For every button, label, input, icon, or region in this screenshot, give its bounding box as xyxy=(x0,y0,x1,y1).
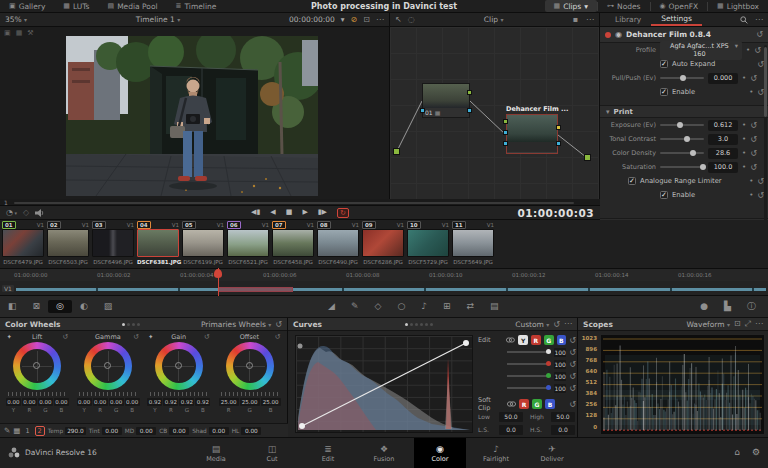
reset-icon[interactable]: ↺ xyxy=(569,372,576,381)
highlight-icon[interactable]: ⚒ xyxy=(27,29,33,37)
gain-g-value[interactable]: 0.92 xyxy=(179,398,194,406)
lift-master-slider[interactable] xyxy=(8,392,66,396)
clip-thumbnail[interactable] xyxy=(452,229,494,257)
keyframe-icon[interactable]: • xyxy=(742,163,746,171)
clip-thumbnail[interactable] xyxy=(227,229,269,257)
lift-y-value[interactable]: 0.00 xyxy=(6,398,21,406)
gain-y-value[interactable]: 0.92 xyxy=(147,398,162,406)
clip-thumbnail[interactable] xyxy=(182,229,224,257)
wheels-page-1[interactable]: 1 xyxy=(23,427,31,435)
auto-balance-icon[interactable]: ✎ xyxy=(4,426,10,435)
zoom-select[interactable]: 35% ▾ xyxy=(5,15,27,24)
analogue-range-checkbox[interactable]: ✓ xyxy=(628,177,636,185)
slider-knob[interactable] xyxy=(700,164,706,170)
scope-expand-icon[interactable]: ⤢ xyxy=(745,320,751,328)
timeline-clip[interactable]: 10V1 DSCF5729.JPG xyxy=(407,221,449,265)
tonal-contrast-value[interactable]: 3.0 xyxy=(708,134,738,145)
luts-button[interactable]: ▦LUTs xyxy=(54,0,98,12)
softclip-g-button[interactable]: G xyxy=(532,399,542,409)
speaker-icon[interactable] xyxy=(35,209,45,217)
node-graph-panel[interactable]: 01▦ Dehancer Film ... xyxy=(390,27,600,199)
y-channel-slider[interactable] xyxy=(507,351,551,353)
node-01-key-port[interactable] xyxy=(467,108,472,113)
gain-wheel-handle[interactable] xyxy=(175,362,182,369)
magic-mask-icon[interactable]: ♪ xyxy=(413,300,435,313)
curve-handle-low[interactable] xyxy=(299,423,305,429)
keyframe-icon[interactable]: • xyxy=(749,88,753,96)
softclip-b-button[interactable]: B xyxy=(545,399,555,409)
clip-thumbnail[interactable] xyxy=(2,229,44,257)
horizontal-scrollbar[interactable] xyxy=(14,202,574,204)
node-dehancer-output-port[interactable] xyxy=(556,125,561,130)
loop-button[interactable]: ↻ xyxy=(337,208,349,218)
home-icon[interactable]: ⌂ xyxy=(734,447,740,457)
gamma-r-value[interactable]: 0.00 xyxy=(93,398,108,406)
tab-media[interactable]: ▤Media xyxy=(190,438,242,468)
keyframe-icon[interactable]: • xyxy=(742,121,746,129)
grab-icon[interactable]: ◌ xyxy=(408,16,415,24)
gamma-b-value[interactable]: 0.00 xyxy=(125,398,140,406)
key-icon[interactable]: ⇄ xyxy=(459,300,483,313)
search-icon[interactable] xyxy=(740,16,748,24)
enable-checkbox[interactable]: ✓ xyxy=(660,88,668,96)
reset-icon[interactable]: ↺ xyxy=(133,333,139,341)
node-dehancer-input-port[interactable] xyxy=(503,119,508,124)
slider-knob[interactable] xyxy=(680,75,686,81)
r-channel-value[interactable]: 100 xyxy=(554,360,566,369)
reset-icon[interactable]: ↺ xyxy=(757,88,764,97)
pullpush-value[interactable]: 0.000 xyxy=(708,73,738,84)
clip-thumbnail[interactable] xyxy=(317,229,359,257)
exposure-slider[interactable] xyxy=(660,124,704,126)
reset-icon[interactable]: ↺ xyxy=(757,177,764,186)
output-node[interactable] xyxy=(584,154,591,161)
slider-knob[interactable] xyxy=(677,122,683,128)
keyframe-icon[interactable]: • xyxy=(742,135,746,143)
tab-fusion[interactable]: ❖Fusion xyxy=(358,438,410,468)
channel-b-button[interactable]: B xyxy=(557,335,567,345)
reset-icon[interactable]: ↺ xyxy=(275,320,282,329)
reset-icon[interactable]: ↺ xyxy=(750,135,757,144)
motion-effects-icon[interactable]: ▨ xyxy=(96,300,121,313)
stills-icon[interactable]: ● xyxy=(692,300,716,313)
node-options-icon[interactable]: ⋯ xyxy=(586,16,594,24)
lift-g-value[interactable]: 0.00 xyxy=(38,398,53,406)
lift-color-ring[interactable] xyxy=(13,342,61,390)
saturation-slider[interactable] xyxy=(660,166,704,168)
timeline-clip[interactable]: 08V1 DSCF6490.JPG xyxy=(317,221,359,265)
clip-thumbnail[interactable] xyxy=(92,229,134,257)
channel-y-button[interactable]: Y xyxy=(518,335,528,345)
slider-knob[interactable] xyxy=(684,136,690,142)
tint-value[interactable]: 0.00 xyxy=(102,427,122,435)
reset-icon[interactable]: ↺ xyxy=(569,400,576,409)
play-button[interactable]: ▶ xyxy=(302,208,307,218)
reset-icon[interactable]: ↺ xyxy=(750,163,757,172)
tab-edit[interactable]: ≣Edit xyxy=(302,438,354,468)
reset-icon[interactable]: ↺ xyxy=(62,333,68,341)
viewer-timecode[interactable]: 00:00:00:00 xyxy=(289,15,335,24)
color-wheels-icon[interactable]: ◎ xyxy=(48,300,72,313)
offset-b-value[interactable]: 25.00 xyxy=(261,398,281,406)
expand-viewer-icon[interactable]: ⊡ xyxy=(363,16,370,24)
channel-g-button[interactable]: G xyxy=(544,335,554,345)
reset-icon[interactable]: ↺ xyxy=(204,333,210,341)
reset-icon[interactable]: ↺ xyxy=(553,320,560,329)
image-wipe-icon[interactable]: ▣ xyxy=(4,29,11,37)
retime-icon[interactable]: ◔ ▾ xyxy=(6,208,17,217)
wheel-mode-icon[interactable]: ✦ xyxy=(6,333,11,341)
reset-icon[interactable]: ↺ xyxy=(757,191,764,200)
reset-icon[interactable]: ↺ xyxy=(569,348,576,357)
color-density-slider[interactable] xyxy=(660,152,704,154)
reset-icon[interactable]: ↺ xyxy=(569,336,576,345)
clip-thumbnail[interactable] xyxy=(47,229,89,257)
hs-value[interactable]: 0.0 xyxy=(551,425,575,435)
openfx-button[interactable]: ◉OpenFX xyxy=(651,0,708,12)
auto-expand-checkbox[interactable]: ✓ xyxy=(660,60,668,68)
y-channel-value[interactable]: 100 xyxy=(554,348,566,357)
offset-g-value[interactable]: 25.00 xyxy=(240,398,260,406)
lift-r-value[interactable]: 0.00 xyxy=(22,398,37,406)
curve-handle-high[interactable] xyxy=(463,340,469,346)
timeline-select[interactable]: Timeline 1 ▾ xyxy=(136,15,180,24)
timeline-button[interactable]: ≣Timeline xyxy=(167,0,226,12)
scope-settings-icon[interactable]: ⊡ xyxy=(734,320,741,328)
page-dots[interactable] xyxy=(122,323,140,326)
